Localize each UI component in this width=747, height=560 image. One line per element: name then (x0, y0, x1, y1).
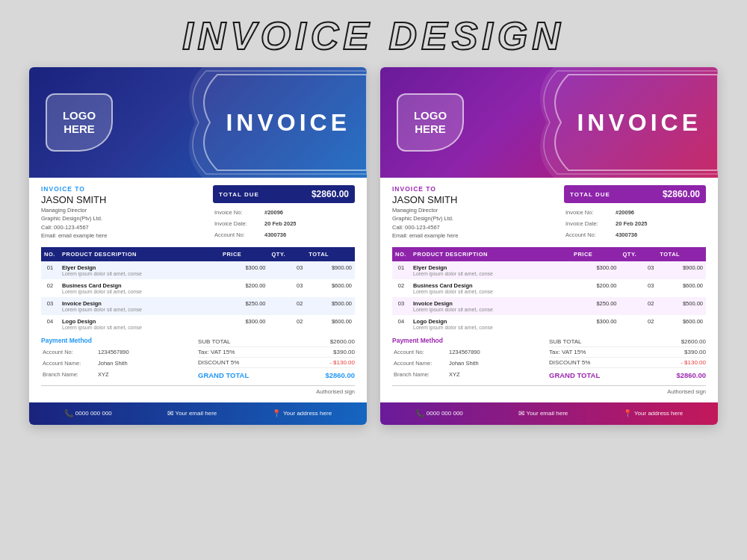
totals-section-purple: SUB TOTAL$2600.00 Tax: VAT 15%$390.00 DI… (549, 337, 706, 381)
items-table-blue: NO. PRODUCT DESCRIPTION PRICE QTY. TOTAL… (41, 247, 355, 333)
grand-total-row-purple: GRAND TOTAL$2860.00 (549, 370, 706, 381)
invoice-to-right-blue: TOTAL DUE $2860.00 Invoice No:#20096 Inv… (213, 185, 355, 241)
th-desc-blue: PRODUCT DESCRIPTION (59, 247, 220, 261)
auth-sign-purple: Authorised sign (392, 385, 706, 395)
payment-info-purple: Account No:1234567890 Account Name:Johan… (392, 346, 482, 381)
logo-box-purple: LOGOHERE (397, 93, 464, 152)
invoice-to-left-purple: INVOICE TO JASON SMITH Managing Director… (392, 185, 564, 241)
blue-invoice-card: LOGOHERE INVOICE INVOICE TO JASON SMITH … (29, 67, 367, 425)
blue-card-footer: 📞 0000 000 000 ✉ Your email here 📍 Your … (29, 402, 367, 425)
page-title: INVOICE DESIGN (182, 13, 565, 58)
table-row: 02 Business Card DesignLorem ipsum dolor… (41, 279, 355, 297)
invoice-to-section-blue: INVOICE TO JASON SMITH Managing Director… (41, 185, 355, 241)
payment-method-purple: Payment Method Account No:1234567890 Acc… (392, 337, 527, 381)
footer-phone-purple: 📞 0000 000 000 (415, 409, 463, 417)
th-total-purple: TOTAL (657, 247, 706, 261)
footer-section-purple: Payment Method Account No:1234567890 Acc… (392, 337, 706, 381)
table-row: 03 Invoice DesignLorem ipsum dolor sit a… (392, 297, 706, 315)
table-row: 01 Elyer DesignLorem ipsum dolor sit ame… (392, 261, 706, 279)
purple-card-header: LOGOHERE INVOICE (380, 67, 718, 178)
purple-invoice-card: LOGOHERE INVOICE INVOICE TO JASON SMITH … (380, 67, 718, 425)
th-price-purple: PRICE (571, 247, 620, 261)
blue-card-body: INVOICE TO JASON SMITH Managing Director… (29, 178, 367, 402)
discount-row-purple: DISCOUNT 5%- $130.00 (549, 358, 706, 368)
payment-method-blue: Payment Method Account No:1234567890 Acc… (41, 337, 176, 381)
th-no-purple: NO. (392, 247, 410, 261)
client-name-blue: JASON SMITH (41, 194, 213, 205)
invoice-meta-blue: Invoice No:#20096 Invoice Date:20 Feb 20… (213, 207, 298, 241)
purple-card-footer: 📞 0000 000 000 ✉ Your email here 📍 Your … (380, 402, 718, 425)
phone-icon-purple: 📞 (415, 409, 424, 417)
th-price-blue: PRICE (220, 247, 269, 261)
logo-box-blue: LOGOHERE (46, 93, 113, 152)
invoice-to-label-blue: INVOICE TO (41, 185, 213, 193)
invoice-to-left-blue: INVOICE TO JASON SMITH Managing Director… (41, 185, 213, 241)
footer-email-blue: ✉ Your email here (167, 409, 217, 417)
th-no-blue: NO. (41, 247, 59, 261)
sub-total-row-purple: SUB TOTAL$2600.00 (549, 337, 706, 347)
footer-address-blue: 📍 Your address here (272, 409, 332, 417)
footer-phone-blue: 📞 0000 000 000 (64, 409, 112, 417)
payment-info-blue: Account No:1234567890 Account Name:Johan… (41, 346, 131, 381)
th-total-blue: TOTAL (306, 247, 355, 261)
invoice-to-label-purple: INVOICE TO (392, 185, 564, 193)
th-desc-purple: PRODUCT DESCRIPTION (410, 247, 571, 261)
invoice-label-blue: INVOICE (226, 109, 350, 137)
footer-section-blue: Payment Method Account No:1234567890 Acc… (41, 337, 355, 381)
th-qty-purple: QTY. (620, 247, 657, 261)
email-icon-purple: ✉ (518, 409, 524, 417)
tax-row-blue: Tax: VAT 15%$390.00 (198, 347, 355, 358)
client-info-purple: Managing Director Graphic Design(Ptv) Lt… (392, 206, 564, 240)
tax-row-purple: Tax: VAT 15%$390.00 (549, 347, 706, 358)
cards-container: LOGOHERE INVOICE INVOICE TO JASON SMITH … (16, 67, 731, 425)
items-table-purple: NO. PRODUCT DESCRIPTION PRICE QTY. TOTAL… (392, 247, 706, 333)
invoice-to-section-purple: INVOICE TO JASON SMITH Managing Director… (392, 185, 706, 241)
grand-total-row-blue: GRAND TOTAL$2860.00 (198, 370, 355, 381)
sub-total-row-blue: SUB TOTAL$2600.00 (198, 337, 355, 347)
location-icon-blue: 📍 (272, 409, 281, 417)
discount-row-blue: DISCOUNT 5%- $130.00 (198, 358, 355, 368)
total-due-box-blue: TOTAL DUE $2860.00 (213, 185, 355, 203)
table-row: 04 Logo DesignLorem ipsum dolor sit amet… (41, 315, 355, 333)
auth-sign-blue: Authorised sign (41, 385, 355, 395)
payment-label-blue: Payment Method (41, 337, 176, 344)
footer-email-purple: ✉ Your email here (518, 409, 568, 417)
phone-icon-blue: 📞 (64, 409, 73, 417)
table-row: 03 Invoice DesignLorem ipsum dolor sit a… (41, 297, 355, 315)
invoice-meta-purple: Invoice No:#20096 Invoice Date:20 Feb 20… (564, 207, 649, 241)
totals-section-blue: SUB TOTAL$2600.00 Tax: VAT 15%$390.00 DI… (198, 337, 355, 381)
purple-card-body: INVOICE TO JASON SMITH Managing Director… (380, 178, 718, 402)
table-row: 02 Business Card DesignLorem ipsum dolor… (392, 279, 706, 297)
table-row: 04 Logo DesignLorem ipsum dolor sit amet… (392, 315, 706, 333)
email-icon-blue: ✉ (167, 409, 173, 417)
location-icon-purple: 📍 (623, 409, 632, 417)
invoice-label-purple: INVOICE (577, 109, 701, 137)
client-name-purple: JASON SMITH (392, 194, 564, 205)
client-info-blue: Managing Director Graphic Design(Ptv) Lt… (41, 206, 213, 240)
payment-label-purple: Payment Method (392, 337, 527, 344)
invoice-to-right-purple: TOTAL DUE $2860.00 Invoice No:#20096 Inv… (564, 185, 706, 241)
table-row: 01 Elyer DesignLorem ipsum dolor sit ame… (41, 261, 355, 279)
footer-address-purple: 📍 Your address here (623, 409, 683, 417)
blue-card-header: LOGOHERE INVOICE (29, 67, 367, 178)
total-due-box-purple: TOTAL DUE $2860.00 (564, 185, 706, 203)
th-qty-blue: QTY. (269, 247, 306, 261)
